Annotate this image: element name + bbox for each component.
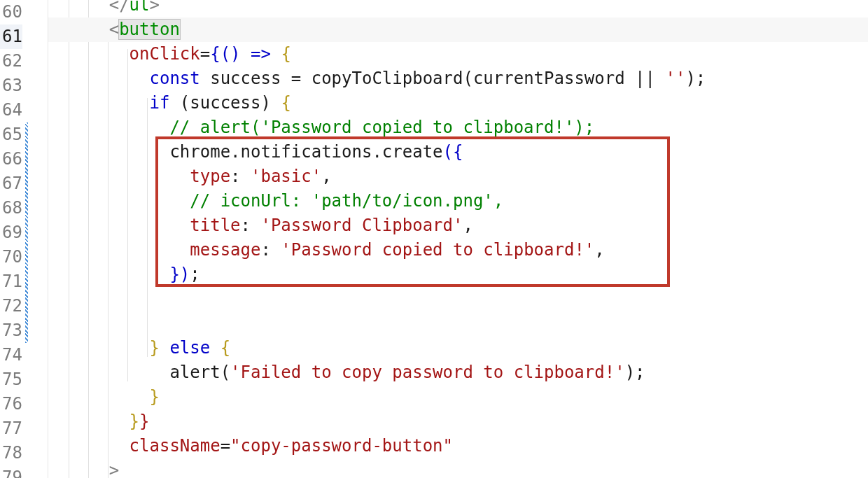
code-line[interactable]: chrome.notifications.create({ [48,140,868,164]
line-number: 72 [0,294,22,318]
line-number-current: 61 [0,24,22,49]
tag-close-delim: > [109,461,119,478]
line-number: 66 [0,147,22,171]
string-literal: 'Password Clipboard' [260,216,463,235]
line-number: 71 [0,269,22,294]
line-number: 75 [0,367,22,392]
object-key: title [190,216,240,235]
line-number: 73 [0,318,22,343]
code-line[interactable]: type: 'basic', [48,164,868,189]
line-number: 69 [0,220,22,245]
attr-name: onClick [130,44,200,64]
fold-column [29,0,48,478]
code-line[interactable]: } else { [48,336,868,360]
keyword: else [169,338,210,358]
line-number: 76 [0,392,22,416]
code-line-empty[interactable] [48,287,868,311]
tag-close-delim: > [150,0,160,15]
code-line[interactable]: > [48,458,868,478]
code-line[interactable]: alert('Failed to copy password to clipbo… [48,360,868,385]
code-line[interactable]: </ul> [48,0,868,17]
object-key: type [190,167,230,186]
code-line[interactable]: const success = copyToClipboard(currentP… [48,66,868,91]
code-line[interactable]: }); [48,262,868,287]
code-area[interactable]: </ul> <button onClick={() => { const suc… [48,0,868,478]
tag-open-delim: < [109,20,119,39]
line-number: 68 [0,196,22,220]
line-number: 63 [0,73,22,98]
line-number: 79 [0,465,22,478]
line-number: 70 [0,245,22,269]
tag-close-delim: </ [109,0,130,15]
comment: // iconUrl: 'path/to/icon.png', [190,191,503,211]
code-line[interactable]: if (success) { [48,91,868,115]
line-number: 64 [0,98,22,122]
line-number: 78 [0,441,22,465]
line-number: 77 [0,416,22,441]
code-line[interactable]: message: 'Password copied to clipboard!'… [48,238,868,262]
code-line[interactable]: className="copy-password-button" [48,434,868,458]
string-literal: "copy-password-button" [230,436,453,456]
string-literal: 'basic' [251,167,321,186]
line-number: 67 [0,171,22,196]
attr-name: className [130,436,220,456]
string-literal: 'Failed to copy password to clipboard!' [230,363,625,382]
code-line-current[interactable]: <button [48,17,868,42]
code-line[interactable]: }} [48,409,868,434]
modified-range-marker [25,122,28,343]
string-literal: 'Password copied to clipboard!' [281,240,594,260]
keyword: const [150,69,200,88]
code-line[interactable]: onClick={() => { [48,42,868,66]
line-number-gutter: 60 61 62 63 64 65 66 67 68 69 70 71 72 7… [0,0,24,478]
code-line[interactable]: } [48,385,868,409]
object-key: message [190,240,260,260]
code-line[interactable]: // alert('Password copied to clipboard!'… [48,115,868,140]
line-number: 74 [0,343,22,367]
line-number: 65 [0,122,22,147]
tag-name: ul [130,0,150,15]
keyword: if [150,93,170,113]
line-number: 62 [0,49,22,73]
code-line[interactable]: // iconUrl: 'path/to/icon.png', [48,189,868,213]
code-editor[interactable]: 60 61 62 63 64 65 66 67 68 69 70 71 72 7… [0,0,868,478]
tag-name-selected: button [119,20,180,39]
line-number: 60 [0,0,22,24]
comment: // alert('Password copied to clipboard!'… [169,118,594,137]
code-line-empty[interactable] [48,311,868,336]
code-line[interactable]: title: 'Password Clipboard', [48,213,868,238]
